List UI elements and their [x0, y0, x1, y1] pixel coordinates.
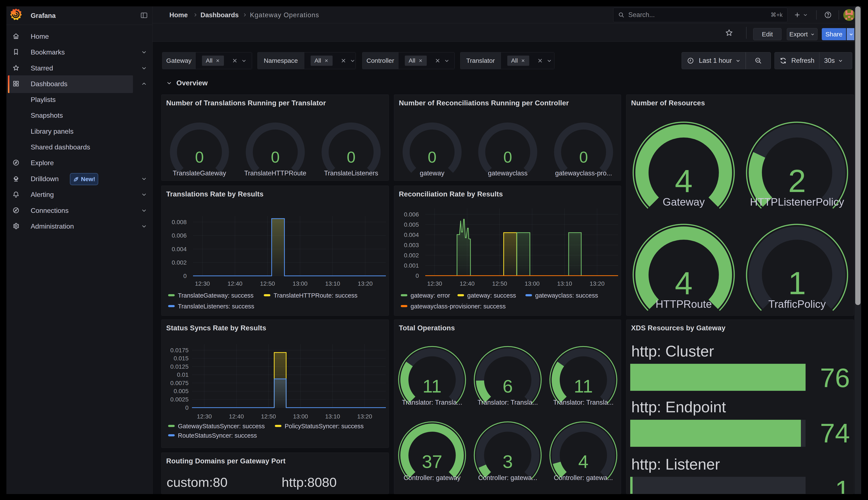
svg-text:Controller: gatewa...: Controller: gatewa...: [554, 474, 613, 481]
svg-text:0: 0: [195, 148, 204, 166]
svg-text:12:40: 12:40: [459, 280, 475, 287]
svg-text:custom:80: custom:80: [167, 475, 227, 490]
svg-text:12:50: 12:50: [492, 280, 507, 287]
svg-text:gatewayclass-provisioner: succ: gatewayclass-provisioner: success: [411, 303, 505, 310]
svg-text:Translator: Transla...: Translator: Transla...: [477, 399, 538, 406]
svg-text:gateway: success: gateway: success: [467, 292, 516, 299]
svg-text:0.015: 0.015: [174, 355, 189, 362]
svg-text:13:10: 13:10: [557, 280, 572, 287]
svg-text:Controller: gateway: Controller: gateway: [403, 474, 461, 481]
svg-text:0.005: 0.005: [404, 221, 419, 228]
svg-text:12:50: 12:50: [260, 280, 275, 287]
svg-text:gateway: error: gateway: error: [411, 292, 450, 299]
svg-text:0: 0: [271, 148, 279, 166]
svg-text:0.001: 0.001: [404, 262, 419, 269]
svg-text:Controller: gatewa...: Controller: gatewa...: [478, 474, 537, 481]
svg-text:13:10: 13:10: [325, 280, 340, 287]
svg-text:4: 4: [675, 265, 692, 301]
svg-text:12:40: 12:40: [227, 280, 243, 287]
svg-text:6: 6: [503, 376, 513, 396]
svg-text:4: 4: [578, 451, 589, 472]
svg-text:12:30: 12:30: [195, 280, 210, 287]
svg-text:12:30: 12:30: [427, 280, 442, 287]
svg-text:TranslateListeners: success: TranslateListeners: success: [178, 303, 254, 310]
svg-text:0: 0: [503, 148, 512, 166]
svg-text:0: 0: [415, 272, 419, 279]
svg-text:11: 11: [423, 376, 442, 396]
svg-text:0.0125: 0.0125: [170, 363, 189, 370]
svg-text:http: Cluster: http: Cluster: [631, 343, 714, 360]
svg-text:0: 0: [427, 148, 436, 166]
svg-text:TranslateGateway: success: TranslateGateway: success: [178, 292, 254, 299]
svg-text:12:30: 12:30: [197, 413, 212, 420]
svg-text:11: 11: [574, 376, 593, 396]
svg-text:Gateway: Gateway: [663, 196, 704, 208]
svg-text:76: 76: [820, 363, 850, 393]
svg-text:TranslateGateway: TranslateGateway: [173, 169, 226, 177]
svg-text:0: 0: [579, 148, 588, 166]
svg-text:TranslateHTTPRoute: TranslateHTTPRoute: [244, 169, 307, 177]
svg-text:TranslateListeners: TranslateListeners: [324, 169, 378, 177]
svg-text:http: Listener: http: Listener: [631, 456, 720, 473]
svg-text:13:00: 13:00: [292, 280, 308, 287]
svg-text:HTTPRoute: HTTPRoute: [656, 298, 712, 310]
svg-text:RouteStatusSyncer: success: RouteStatusSyncer: success: [178, 432, 257, 439]
svg-text:3: 3: [503, 451, 513, 472]
svg-text:0.004: 0.004: [172, 246, 187, 252]
svg-text:12:50: 12:50: [261, 413, 276, 420]
svg-text:HTTPListenerPolicy: HTTPListenerPolicy: [750, 196, 844, 208]
svg-text:0.002: 0.002: [172, 259, 187, 266]
svg-text:gatewayclass: gatewayclass: [488, 169, 527, 177]
svg-text:13:20: 13:20: [358, 280, 372, 287]
svg-text:0.005: 0.005: [174, 388, 189, 395]
svg-text:0.0025: 0.0025: [170, 396, 189, 403]
svg-text:12:40: 12:40: [229, 413, 244, 420]
svg-text:PolicyStatusSyncer: success: PolicyStatusSyncer: success: [285, 423, 364, 430]
svg-text:Translator: Transla...: Translator: Transla...: [553, 399, 613, 406]
svg-text:74: 74: [820, 418, 850, 448]
svg-text:0.004: 0.004: [404, 231, 419, 238]
svg-text:TranslateHTTPRoute: success: TranslateHTTPRoute: success: [274, 292, 357, 299]
svg-text:GatewayStatusSyncer: success: GatewayStatusSyncer: success: [178, 423, 265, 430]
svg-text:0.0175: 0.0175: [170, 347, 189, 354]
svg-text:4: 4: [675, 163, 692, 199]
svg-text:0.006: 0.006: [404, 211, 419, 218]
svg-text:0.002: 0.002: [404, 252, 419, 259]
svg-text:13:20: 13:20: [357, 413, 372, 420]
svg-text:0: 0: [347, 148, 355, 166]
svg-text:13:00: 13:00: [293, 413, 308, 420]
svg-text:TrafficPolicy: TrafficPolicy: [768, 298, 826, 310]
svg-text:0.008: 0.008: [172, 219, 187, 225]
svg-text:13:00: 13:00: [525, 280, 539, 287]
svg-text:0.006: 0.006: [172, 232, 187, 239]
svg-text:13:10: 13:10: [325, 413, 340, 420]
svg-text:http:8080: http:8080: [282, 475, 337, 490]
svg-text:13:20: 13:20: [590, 280, 604, 287]
svg-text:http: Endpoint: http: Endpoint: [631, 398, 726, 416]
svg-text:gateway: gateway: [420, 169, 444, 177]
svg-text:Translator: Transla...: Translator: Transla...: [402, 399, 462, 406]
svg-text:gatewayclass: success: gatewayclass: success: [535, 292, 598, 299]
svg-text:37: 37: [422, 451, 442, 472]
svg-text:1: 1: [835, 475, 850, 494]
svg-text:2: 2: [788, 163, 806, 199]
svg-text:0: 0: [183, 273, 187, 279]
svg-text:0.0075: 0.0075: [170, 380, 189, 386]
svg-text:1: 1: [788, 265, 806, 301]
svg-text:0.003: 0.003: [404, 242, 419, 248]
svg-text:0: 0: [185, 405, 189, 411]
svg-text:gatewayclass-pro...: gatewayclass-pro...: [555, 169, 612, 177]
svg-text:0.01: 0.01: [177, 372, 189, 378]
